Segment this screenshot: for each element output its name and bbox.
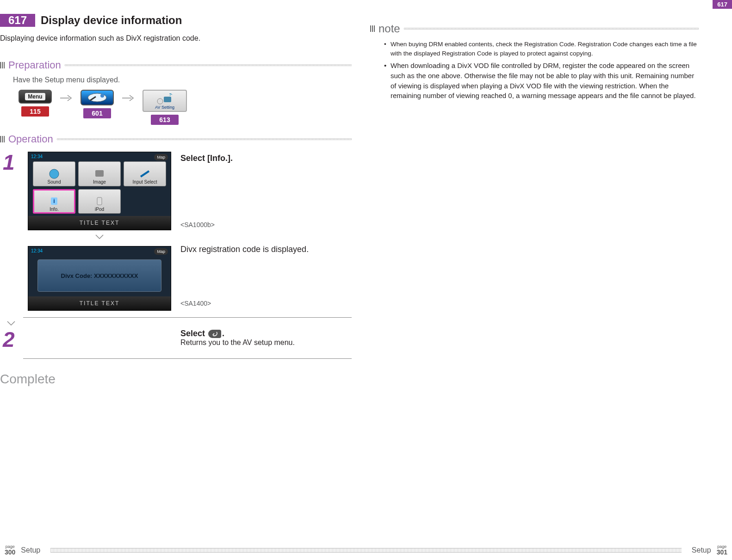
step-2-text-a: Select (180, 329, 207, 338)
svg-point-3 (157, 98, 163, 104)
setup-icon (81, 90, 114, 105)
tile-ipod: iPod (78, 189, 121, 214)
ss-title-text: TITLE TEXT (28, 296, 171, 310)
svg-rect-2 (164, 97, 171, 102)
menu-button-icon: Menu (19, 90, 52, 104)
svg-point-1 (100, 94, 104, 98)
ref-115: 115 (21, 106, 49, 117)
svg-point-5 (50, 169, 59, 178)
screenshot-divx-code: 12:34 Map Divx Code: XXXXXXXXXXX TITLE T… (28, 246, 171, 311)
av-setting-label: AV Setting (155, 105, 174, 110)
ss-map-badge: Map (154, 248, 168, 255)
step-1b-ref: <SA1400> (180, 300, 211, 307)
svg-rect-9 (97, 197, 102, 205)
svg-text:♪: ♪ (169, 92, 171, 97)
right-column: note When buying DRM enabled contents, c… (370, 14, 699, 387)
note-list: When buying DRM enabled contents, check … (384, 40, 699, 101)
ss-clock: 12:34 (31, 248, 43, 253)
title-row: 617 Display device information (0, 14, 352, 27)
tile-info-selected: iInfo. (33, 189, 75, 214)
page-footer: page300 Setup Setup page301 (0, 545, 732, 555)
step-1: 1 12:34 Map Sound Image Input Select iIn… (3, 152, 352, 311)
divx-code-label: Divx Code: XXXXXXXXXXX (37, 259, 161, 292)
heading-bars-icon (0, 62, 5, 68)
heading-bars-icon (0, 136, 5, 142)
tile-input-select: Input Select (124, 161, 166, 186)
prep-av-item: ♪ AV Setting 613 (143, 90, 187, 125)
note-item-1: When buying DRM enabled contents, check … (384, 40, 699, 58)
left-column: 617 Display device information Displayin… (0, 14, 352, 387)
step-1-ref: <SA1000b> (180, 221, 215, 228)
tile-sound: Sound (33, 161, 75, 186)
footer-section-left: Setup (21, 546, 40, 554)
step-1b-text: Divx registration code is displayed. (180, 245, 352, 254)
preparation-icons: Menu 115 601 ♪ AV Setting 613 (19, 90, 352, 125)
step-1-text: Select [Info.]. (180, 154, 233, 163)
prep-menu-item: Menu 115 (19, 90, 52, 117)
svg-rect-6 (95, 170, 104, 177)
av-setting-icon: ♪ AV Setting (143, 90, 187, 112)
top-section-tag: 617 (713, 0, 732, 9)
ss-clock: 12:34 (31, 154, 43, 159)
title-badge: 617 (0, 14, 35, 27)
step-1-number: 1 (3, 152, 21, 173)
intro-text: Displaying device information such as Di… (0, 34, 352, 43)
arrow-right-icon (121, 94, 135, 102)
preparation-text: Have the Setup menu displayed. (13, 76, 352, 84)
preparation-heading: Preparation (0, 59, 352, 71)
svg-text:i: i (53, 198, 55, 204)
page-title: Display device information (41, 14, 182, 27)
ss-map-badge: Map (154, 154, 168, 160)
operation-heading: Operation (0, 133, 352, 145)
ref-601: 601 (83, 108, 111, 118)
arrow-right-icon (59, 94, 73, 102)
arrow-down-icon (6, 320, 352, 329)
footer-section-right: Setup (692, 546, 711, 554)
menu-button-label: Menu (25, 93, 45, 100)
note-item-2: When downloading a DivX VOD file control… (384, 61, 699, 101)
prep-setup-item: 601 (81, 90, 114, 118)
operation-label: Operation (8, 133, 53, 145)
return-arrow-icon (208, 330, 221, 338)
ref-613: 613 (151, 115, 179, 125)
left-page-number: page300 (5, 545, 15, 555)
ss-title-text: TITLE TEXT (28, 216, 171, 230)
complete-label: Complete (0, 372, 352, 387)
note-label: note (378, 22, 400, 35)
note-heading: note (370, 22, 699, 35)
tile-image: Image (78, 161, 121, 186)
right-page-number: page301 (717, 545, 727, 555)
arrow-down-icon (28, 234, 171, 242)
screenshot-av-menu: 12:34 Map Sound Image Input Select iInfo… (28, 152, 171, 230)
step-2-number: 2 (3, 329, 21, 350)
step-2-sub: Returns you to the AV setup menu. (180, 338, 295, 347)
heading-bars-icon (370, 25, 375, 32)
preparation-label: Preparation (8, 59, 61, 71)
step-2: 2 Select . Returns you to the AV setup m… (3, 329, 352, 350)
step-2-text-b: . (222, 329, 224, 338)
